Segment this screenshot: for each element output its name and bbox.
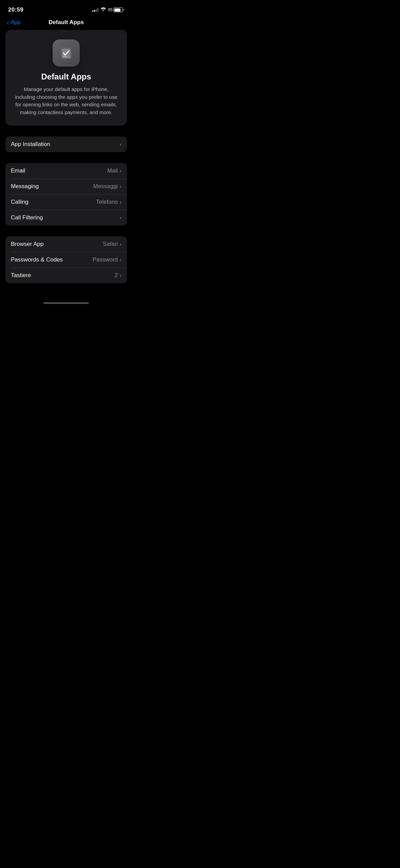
row-value: Telefono [96,199,118,205]
row-right: Messaggi › [93,183,121,190]
header-card: Default Apps Manage your default apps fo… [5,30,127,126]
battery-fill [114,8,120,12]
row-label: Calling [11,199,28,205]
status-bar: 20:59 85 [0,0,132,18]
chevron-right-icon: › [120,241,121,247]
row-value: Password [93,256,118,263]
row-label: Messaging [11,183,39,190]
row-right: Telefono › [96,199,121,205]
wifi-icon [100,7,106,13]
home-indicator [0,294,132,307]
back-button[interactable]: ‹ App [7,19,21,26]
row-right: Password › [93,256,121,263]
row-label: Tastiere [11,272,31,279]
row-passwords-codes[interactable]: Passwords & Codes Password › [5,252,127,268]
status-icons: 85 [92,7,124,13]
chevron-right-icon: › [120,168,121,174]
row-label: Call Filtering [11,214,43,221]
section-app-installation: App Installation › [5,137,127,152]
row-call-filtering[interactable]: Call Filtering › [5,210,127,225]
section-browser-passwords: Browser App Safari › Passwords & Codes P… [5,236,127,283]
row-browser-app[interactable]: Browser App Safari › [5,236,127,252]
chevron-right-icon: › [120,257,121,263]
app-icon [53,39,80,67]
chevron-right-icon: › [120,199,121,205]
chevron-right-icon: › [120,215,121,220]
chevron-right-icon: › [120,273,121,278]
battery-tip [123,9,124,11]
nav-bar: ‹ App Default Apps [0,18,132,30]
row-right: › [120,142,121,147]
battery-indicator: 85 [108,7,124,12]
chevron-left-icon: ‹ [7,19,9,26]
row-value: Mail [107,167,118,174]
row-value: 2 [115,272,118,279]
header-description: Manage your default apps for iPhone, inc… [14,86,119,116]
row-value: Safari [103,241,118,248]
chevron-right-icon: › [120,184,121,189]
home-bar [43,302,89,304]
section-communication: Email Mail › Messaging Messaggi › Callin… [5,163,127,225]
row-right: Mail › [107,167,121,174]
row-calling[interactable]: Calling Telefono › [5,194,127,210]
row-label: Email [11,167,25,174]
row-value: Messaggi [93,183,118,190]
row-tastiere[interactable]: Tastiere 2 › [5,268,127,283]
status-time: 20:59 [8,6,23,13]
page-title: Default Apps [49,19,84,26]
row-messaging[interactable]: Messaging Messaggi › [5,179,127,194]
row-right: › [120,215,121,220]
row-right: 2 › [115,272,121,279]
battery-percentage: 85 [108,7,113,12]
row-right: Safari › [103,241,121,248]
row-label: App Installation [11,141,50,148]
row-label: Passwords & Codes [11,256,63,263]
back-label: App [11,19,21,26]
header-title: Default Apps [41,72,91,82]
row-email[interactable]: Email Mail › [5,163,127,179]
row-app-installation[interactable]: App Installation › [5,137,127,152]
battery-body [113,7,123,12]
main-content: Default Apps Manage your default apps fo… [0,30,132,283]
signal-icon [92,8,98,12]
row-label: Browser App [11,241,43,248]
chevron-right-icon: › [120,142,121,147]
